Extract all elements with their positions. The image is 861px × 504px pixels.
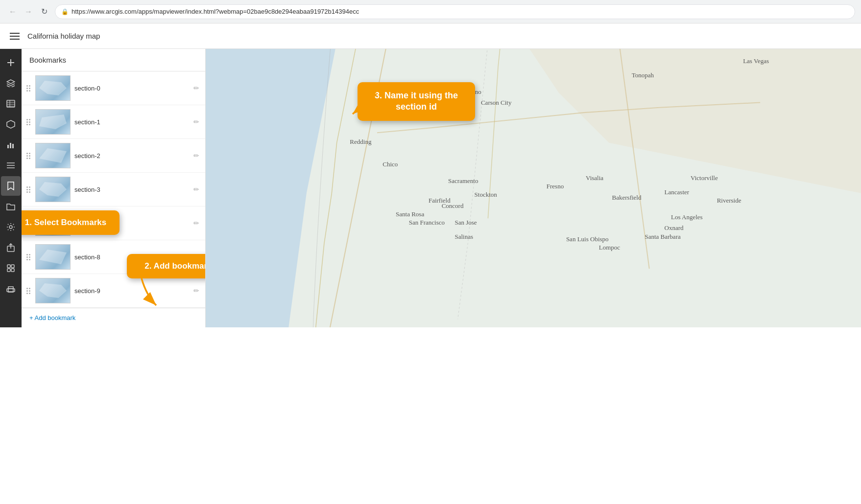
bookmark-item[interactable]: section-7 ✏ [22,206,205,240]
bookmarks-list: section-0 ✏ section-1 ✏ [22,71,205,308]
svg-rect-10 [12,144,14,148]
bookmark-thumbnail [35,75,71,101]
city-label-reno: Reno [468,88,481,96]
city-label-chico: Chico [383,160,398,168]
city-label-riverside: Riverside [717,197,741,205]
sidebar-add-icon[interactable] [1,53,21,72]
drag-handle[interactable] [25,84,31,92]
city-label-sanfrancisco: San Francisco [409,219,445,227]
browser-chrome: ← → ↻ 🔒 https://www.arcgis.com/apps/mapv… [0,0,861,23]
sidebar-settings-icon[interactable] [1,217,21,237]
bookmark-item[interactable]: section-3 ✏ [22,173,205,206]
city-label-sanjose: San Jose [454,219,477,227]
city-label-visalia: Visalia [586,174,603,182]
edit-icon[interactable]: ✏ [191,251,201,263]
svg-rect-16 [7,265,10,268]
edit-icon[interactable]: ✏ [191,217,201,229]
map-background: Tonopah Las Vegas Reno Carson City Reddi… [206,49,861,327]
bookmark-name: section-9 [74,287,188,295]
bookmark-item[interactable]: section-2 ✏ [22,139,205,173]
edit-icon[interactable]: ✏ [191,116,201,128]
bookmark-thumbnail [35,109,71,135]
bookmarks-header: Bookmarks [22,49,205,71]
bookmark-name: section-8 [74,253,188,261]
city-label-santabarbara: Santa Barbara [645,233,680,241]
city-label-losangeles: Los Angeles [671,213,703,221]
bookmark-thumbnail [35,278,71,303]
bookmark-name: section-7 [74,220,188,227]
sidebar-analysis-icon[interactable] [1,115,21,134]
bookmark-item[interactable]: section-8 ✏ [22,240,205,274]
add-bookmark-button[interactable]: + Add bookmark [22,308,205,327]
main-area: Bookmarks section-0 ✏ [0,49,861,327]
bookmark-thumbnail [35,177,71,202]
sidebar [0,49,22,327]
sidebar-print-icon[interactable] [1,279,21,298]
city-label-redding: Redding [350,138,371,146]
svg-point-14 [9,226,12,229]
city-label-carsoncity: Carson City [481,99,511,107]
nav-buttons: ← → ↻ [6,5,51,19]
hamburger-menu[interactable] [8,31,22,42]
sidebar-table-icon[interactable] [1,94,21,114]
city-label-sacramento: Sacramento [448,177,478,185]
bookmark-thumbnail [35,143,71,168]
drag-handle[interactable] [25,185,31,194]
city-label-stockton: Stockton [475,191,497,199]
city-label-lasvegas: Las Vegas [743,57,769,65]
city-label-tonopah: Tonopah [632,71,654,79]
sidebar-bookmarks-icon[interactable] [1,176,21,196]
city-label-santarosa: Santa Rosa [396,210,424,218]
bookmark-thumbnail [35,210,71,236]
city-label-fresno: Fresno [547,183,564,190]
sidebar-layers-icon[interactable] [1,73,21,93]
city-label-concord: Concord [442,202,464,210]
city-label-oxnard: Oxnard [665,224,684,232]
add-bookmark-label: + Add bookmark [29,314,75,321]
svg-marker-7 [7,120,15,128]
edit-icon[interactable]: ✏ [191,285,201,297]
svg-rect-18 [7,269,10,272]
bookmark-item[interactable]: section-1 ✏ [22,105,205,139]
app-wrapper: California holiday map [0,23,861,327]
drag-handle[interactable] [25,219,31,228]
city-label-salinas: Salinas [454,233,473,241]
sidebar-list-icon[interactable] [1,156,21,175]
sidebar-folder-icon[interactable] [1,197,21,216]
edit-icon[interactable]: ✏ [191,150,201,161]
svg-rect-19 [11,269,14,272]
address-bar[interactable]: 🔒 https://www.arcgis.com/apps/mapviewer/… [55,4,855,19]
url-text: https://www.arcgis.com/apps/mapviewer/in… [72,8,359,15]
drag-handle[interactable] [25,152,31,160]
sidebar-share-icon[interactable] [1,238,21,257]
map-area[interactable]: Tonopah Las Vegas Reno Carson City Reddi… [206,49,861,327]
edit-icon[interactable]: ✏ [191,183,201,195]
forward-button[interactable]: → [22,5,35,19]
sidebar-chart-icon[interactable] [1,135,21,155]
lock-icon: 🔒 [61,8,69,15]
bookmarks-panel: Bookmarks section-0 ✏ [22,49,206,327]
top-bar: California holiday map [0,23,861,49]
bookmark-name: section-2 [74,152,188,160]
city-label-lancaster: Lancaster [665,188,690,196]
drag-handle[interactable] [25,287,31,295]
city-label-sanluisobispo: San Luis Obispo [566,235,609,243]
drag-handle[interactable] [25,118,31,126]
map-svg [206,49,861,327]
city-label-victorville: Victorville [691,174,718,182]
bookmark-thumbnail [35,244,71,270]
app-title: California holiday map [27,32,100,40]
edit-icon[interactable]: ✏ [191,82,201,94]
bookmark-name: section-3 [74,186,188,193]
svg-rect-9 [10,143,11,148]
back-button[interactable]: ← [6,5,20,19]
city-label-lompoc: Lompoc [599,244,620,252]
bookmark-item[interactable]: section-9 ✏ [22,274,205,308]
bookmark-item[interactable]: section-0 ✏ [22,71,205,105]
reload-button[interactable]: ↻ [37,5,51,19]
city-label-bakersfield: Bakersfield [612,194,642,202]
bookmark-name: section-0 [74,85,188,92]
sidebar-grid2-icon[interactable] [1,258,21,278]
drag-handle[interactable] [25,253,31,261]
bookmark-name: section-1 [74,118,188,126]
